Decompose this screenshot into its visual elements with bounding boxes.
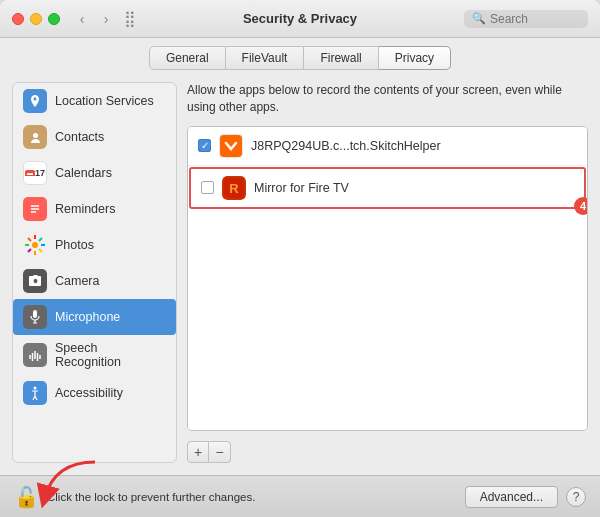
apps-list: ✓ J8RPQ294UB.c...tch.SkitchHelper [187, 126, 588, 431]
back-button[interactable]: ‹ [72, 9, 92, 29]
accessibility-icon [23, 381, 47, 405]
app-grid-button[interactable]: ⣿ [124, 9, 136, 28]
advanced-button[interactable]: Advanced... [465, 486, 558, 508]
reminders-icon [23, 197, 47, 221]
location-icon [23, 89, 47, 113]
help-button[interactable]: ? [566, 487, 586, 507]
badge: 4 [574, 197, 588, 215]
mirror-app-icon: R [222, 176, 246, 200]
sidebar-item-location[interactable]: Location Services [13, 83, 176, 119]
search-icon: 🔍 [472, 12, 486, 25]
sidebar-item-speech[interactable]: Speech Recognition [13, 335, 176, 375]
search-input[interactable] [490, 12, 580, 26]
tab-general[interactable]: General [149, 46, 226, 70]
photos-icon [23, 233, 47, 257]
svg-line-11 [39, 238, 42, 241]
sidebar-item-calendars[interactable]: ▬ 17 Calendars [13, 155, 176, 191]
sidebar-item-contacts[interactable]: Contacts [13, 119, 176, 155]
add-app-button[interactable]: + [187, 441, 209, 463]
contacts-icon [23, 125, 47, 149]
svg-point-22 [34, 387, 37, 390]
search-bar: 🔍 [464, 10, 588, 28]
svg-point-13 [33, 279, 38, 284]
skitch-app-name: J8RPQ294UB.c...tch.SkitchHelper [251, 139, 441, 153]
panel-description: Allow the apps below to record the conte… [187, 82, 588, 116]
sidebar-label-reminders: Reminders [55, 202, 115, 216]
sidebar-item-accessibility[interactable]: Accessibility [13, 375, 176, 411]
sidebar-label-microphone: Microphone [55, 310, 120, 324]
mirror-app-name: Mirror for Fire TV [254, 181, 349, 195]
traffic-lights [12, 13, 60, 25]
main-window: ‹ › ⣿ Security & Privacy 🔍 General FileV… [0, 0, 600, 517]
bottom-bar: 🔓 Click the lock to prevent further chan… [0, 475, 600, 517]
microphone-icon [23, 305, 47, 329]
sidebar-label-calendars: Calendars [55, 166, 112, 180]
window-title: Security & Privacy [243, 11, 357, 26]
speech-icon [23, 343, 47, 367]
svg-point-4 [32, 242, 38, 248]
svg-line-9 [28, 238, 31, 241]
sidebar-label-speech: Speech Recognition [55, 341, 166, 369]
tab-firewall[interactable]: Firewall [304, 46, 378, 70]
sidebar-label-accessibility: Accessibility [55, 386, 123, 400]
tab-privacy[interactable]: Privacy [379, 46, 451, 70]
remove-app-button[interactable]: − [209, 441, 231, 463]
svg-rect-14 [33, 310, 37, 318]
skitch-app-icon [219, 134, 243, 158]
calendars-icon: ▬ 17 [23, 161, 47, 185]
sidebar-label-camera: Camera [55, 274, 99, 288]
skitch-checkbox[interactable]: ✓ [198, 139, 211, 152]
svg-line-12 [28, 249, 31, 252]
table-row: ✓ J8RPQ294UB.c...tch.SkitchHelper [188, 127, 587, 166]
sidebar-item-microphone[interactable]: Microphone [13, 299, 176, 335]
svg-point-0 [33, 133, 38, 138]
nav-buttons: ‹ › [72, 9, 116, 29]
tab-bar: General FileVault Firewall Privacy [0, 38, 600, 70]
svg-rect-23 [220, 135, 242, 157]
sidebar-label-photos: Photos [55, 238, 94, 252]
close-button[interactable] [12, 13, 24, 25]
lock-text: Click the lock to prevent further change… [47, 491, 255, 503]
tab-filevault[interactable]: FileVault [226, 46, 305, 70]
main-content: Location Services Contacts ▬ 17 Cale [0, 70, 600, 475]
sidebar-item-reminders[interactable]: Reminders [13, 191, 176, 227]
svg-text:R: R [229, 181, 239, 196]
sidebar-item-photos[interactable]: Photos [13, 227, 176, 263]
list-controls: + − [187, 441, 588, 463]
svg-line-10 [39, 249, 42, 252]
camera-icon [23, 269, 47, 293]
right-panel: Allow the apps below to record the conte… [187, 82, 588, 463]
minimize-button[interactable] [30, 13, 42, 25]
sidebar-item-camera[interactable]: Camera [13, 263, 176, 299]
lock-icon[interactable]: 🔓 [14, 485, 39, 509]
forward-button[interactable]: › [96, 9, 116, 29]
table-row: R Mirror for Fire TV 4 [189, 167, 586, 209]
mirror-checkbox[interactable] [201, 181, 214, 194]
sidebar: Location Services Contacts ▬ 17 Cale [12, 82, 177, 463]
title-bar: ‹ › ⣿ Security & Privacy 🔍 [0, 0, 600, 38]
sidebar-label-contacts: Contacts [55, 130, 104, 144]
sidebar-label-location: Location Services [55, 94, 154, 108]
maximize-button[interactable] [48, 13, 60, 25]
